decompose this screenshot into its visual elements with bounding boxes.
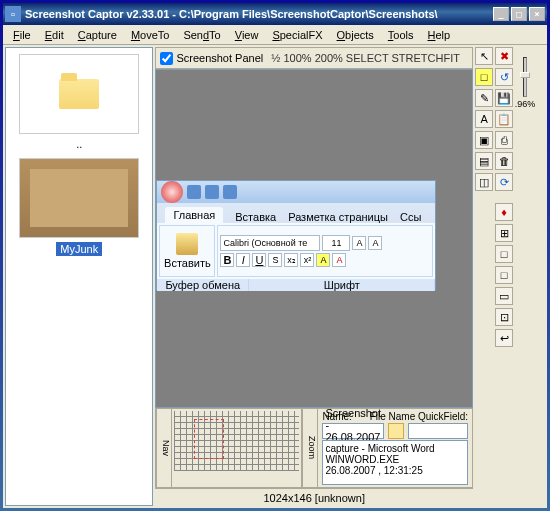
view-toolbar: Screenshot Panel ½ 100% 200% SELECT STRE…: [155, 47, 473, 69]
window-title: Screenshot Captor v2.33.01 - C:\Program …: [25, 8, 493, 20]
ribbon-tab-ref: Ссы: [400, 211, 421, 223]
grow-font-icon: A: [352, 236, 366, 250]
menu-moveto[interactable]: MoveTo: [125, 27, 176, 43]
app-window: ▫ Screenshot Captor v2.33.01 - C:\Progra…: [3, 3, 547, 508]
menu-tools[interactable]: Tools: [382, 27, 420, 43]
close-button[interactable]: ×: [529, 7, 545, 21]
nav-label: Nav: [156, 409, 172, 487]
minimize-button[interactable]: _: [493, 7, 509, 21]
menu-help[interactable]: Help: [422, 27, 457, 43]
copy-button[interactable]: 📋: [495, 110, 513, 128]
pen-tool[interactable]: ✎: [475, 89, 493, 107]
panel-checkbox[interactable]: Screenshot Panel: [160, 52, 263, 65]
print-button[interactable]: ⎙: [495, 131, 513, 149]
tool-palette: ↖ □ ✎ A ▣ ▤ ◫ ✖ ↺ 💾 📋 ⎙ 🗑 ⟳ ♦ ⊞ □ □: [473, 45, 547, 508]
highlight-tool[interactable]: □: [475, 68, 493, 86]
zoom-label: Zoom: [302, 409, 318, 487]
underline-icon: U: [252, 253, 266, 267]
sup-icon: x²: [300, 253, 314, 267]
refresh-button[interactable]: ⟳: [495, 173, 513, 191]
pointer-tool[interactable]: ↖: [475, 47, 493, 65]
rotate-button[interactable]: ↺: [495, 68, 513, 86]
region-button[interactable]: □: [495, 266, 513, 284]
notes-textarea[interactable]: capture - Microsoft Word WINWORD.EXE 26.…: [322, 440, 468, 485]
frame-tool[interactable]: ◫: [475, 173, 493, 191]
menu-sendto[interactable]: SendTo: [177, 27, 226, 43]
menu-objects[interactable]: Objects: [331, 27, 380, 43]
menu-capture[interactable]: Capture: [72, 27, 123, 43]
delete-button[interactable]: ✖: [495, 47, 513, 65]
save-button[interactable]: 💾: [495, 89, 513, 107]
menubar: File Edit Capture MoveTo SendTo View Spe…: [3, 25, 547, 45]
bold-icon: B: [220, 253, 234, 267]
name-input[interactable]: Screenshot - 26.08.2007 , 1: [322, 423, 384, 439]
menu-edit[interactable]: Edit: [39, 27, 70, 43]
statusbar: 1024x146 [unknown]: [155, 488, 473, 506]
zoom-value: .96%: [515, 99, 536, 109]
thumbnail-panel: .. MyJunk: [5, 47, 153, 506]
folder-icon: [59, 79, 99, 109]
shape-tool[interactable]: ▤: [475, 152, 493, 170]
slider-thumb[interactable]: [520, 72, 530, 78]
italic-icon: I: [236, 253, 250, 267]
ribbon-tab-home: Главная: [165, 207, 223, 223]
app-icon: ▫: [5, 6, 21, 22]
highlight-icon: A: [316, 253, 330, 267]
maximize-button[interactable]: □: [511, 7, 527, 21]
thumb-selected[interactable]: MyJunk: [14, 158, 144, 256]
crop-button[interactable]: ▭: [495, 287, 513, 305]
quickfield-input[interactable]: [408, 423, 468, 439]
image-tool[interactable]: ▣: [475, 131, 493, 149]
ribbon-tab-layout: Разметка страницы: [288, 211, 388, 223]
paste-icon: [176, 233, 198, 255]
sub-icon: x₂: [284, 253, 298, 267]
color-icon: A: [332, 253, 346, 267]
shrink-font-icon: A: [368, 236, 382, 250]
quickfield-label: File Name QuickField:: [370, 411, 468, 422]
fit-button[interactable]: ⊡: [495, 308, 513, 326]
size-combo: 11: [322, 235, 350, 251]
bottom-panel: Nav Zoom Name: File Name QuickField: Scr…: [155, 408, 473, 488]
font-combo: Calibri (Основной те: [220, 235, 320, 251]
text-tool[interactable]: A: [475, 110, 493, 128]
select-button[interactable]: □: [495, 245, 513, 263]
menu-file[interactable]: File: [7, 27, 37, 43]
zoom-slider[interactable]: [523, 57, 527, 97]
qat-undo-icon: [205, 185, 219, 199]
canvas-area[interactable]: Главная Вставка Разметка страницы Ссы Вс…: [155, 69, 473, 408]
menu-view[interactable]: View: [229, 27, 265, 43]
trash-button[interactable]: 🗑: [495, 152, 513, 170]
undo-button[interactable]: ↩: [495, 329, 513, 347]
thumb-label: ..: [76, 138, 82, 150]
qat-redo-icon: [223, 185, 237, 199]
navigator[interactable]: [172, 409, 302, 487]
effect-button[interactable]: ♦: [495, 203, 513, 221]
thumb-preview: [19, 158, 139, 238]
thumb-label-selected: MyJunk: [56, 242, 102, 256]
menu-specialfx[interactable]: SpecialFX: [266, 27, 328, 43]
panel-chk-input[interactable]: [160, 52, 173, 65]
titlebar[interactable]: ▫ Screenshot Captor v2.33.01 - C:\Progra…: [3, 3, 547, 25]
strike-icon: S: [268, 253, 282, 267]
qat-save-icon: [187, 185, 201, 199]
captured-ribbon: Главная Вставка Разметка страницы Ссы Вс…: [156, 180, 436, 290]
thumb-parent[interactable]: ..: [14, 54, 144, 150]
ribbon-tab-insert: Вставка: [235, 211, 276, 223]
office-orb-icon: [161, 181, 183, 203]
quickfield-icon[interactable]: [388, 423, 404, 439]
zoom-options[interactable]: ½ 100% 200% SELECT STRETCHFIT: [271, 52, 460, 64]
grid-button[interactable]: ⊞: [495, 224, 513, 242]
